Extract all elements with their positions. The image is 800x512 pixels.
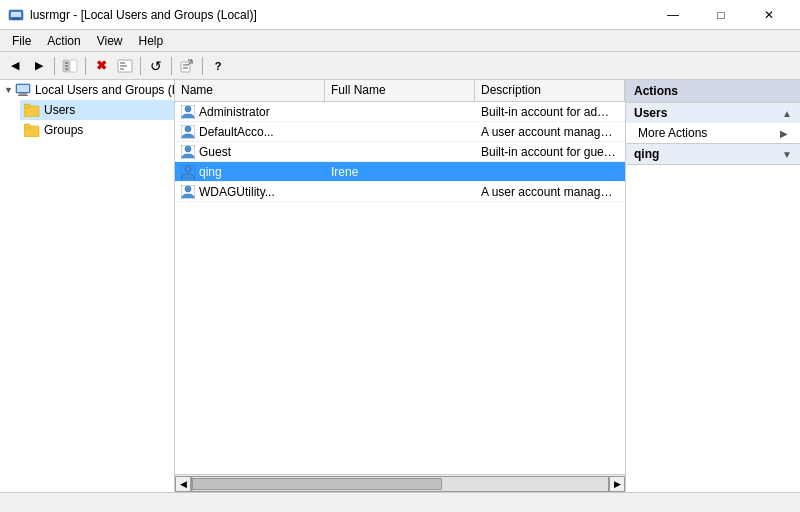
export-button[interactable] xyxy=(176,55,198,77)
actions-users-section: Users ▲ More Actions ▶ xyxy=(626,103,800,144)
list-body: AdministratorBuilt-in account for admini… xyxy=(175,102,625,474)
user-icon-administrator xyxy=(181,105,195,119)
col-header-fullname[interactable]: Full Name xyxy=(325,80,475,101)
right-panel: Actions Users ▲ More Actions ▶ qing ▼ xyxy=(625,80,800,492)
folder-icon-users xyxy=(24,102,40,118)
svg-point-29 xyxy=(185,146,191,152)
menu-item-action[interactable]: Action xyxy=(39,32,88,50)
cell-name-defaultacco: DefaultAcco... xyxy=(175,123,325,141)
list-row[interactable]: AdministratorBuilt-in account for admini… xyxy=(175,102,625,122)
center-panel: Name Full Name Description Administrator… xyxy=(175,80,625,492)
col-header-description[interactable]: Description xyxy=(475,80,625,101)
svg-point-31 xyxy=(185,166,191,172)
minimize-button[interactable]: — xyxy=(650,0,696,30)
cell-description-defaultacco: A user account managed by the s xyxy=(475,123,625,141)
app-icon xyxy=(8,7,24,23)
tree-root-label: Local Users and Groups (Local) xyxy=(35,83,175,97)
more-actions-item[interactable]: More Actions ▶ xyxy=(626,123,800,143)
cell-description-administrator: Built-in account for administering xyxy=(475,103,625,121)
name-text-administrator: Administrator xyxy=(199,105,270,119)
cell-fullname-guest xyxy=(325,150,475,154)
cell-description-qing xyxy=(475,170,625,174)
user-icon-guest xyxy=(181,145,195,159)
title-text: lusrmgr - [Local Users and Groups (Local… xyxy=(30,8,257,22)
menu-item-file[interactable]: File xyxy=(4,32,39,50)
back-button[interactable]: ◀ xyxy=(4,55,26,77)
list-row[interactable]: DefaultAcco...A user account managed by … xyxy=(175,122,625,142)
cell-description-wdagutility: A user account managed and use xyxy=(475,183,625,201)
name-text-wdagutility: WDAGUtility... xyxy=(199,185,275,199)
actions-users-header[interactable]: Users ▲ xyxy=(626,103,800,123)
svg-rect-2 xyxy=(11,18,21,19)
list-row[interactable]: qingIrene xyxy=(175,162,625,182)
list-header: Name Full Name Description xyxy=(175,80,625,102)
tree-item-users[interactable]: Users xyxy=(20,100,174,120)
actions-header: Actions xyxy=(626,80,800,103)
name-text-defaultacco: DefaultAcco... xyxy=(199,125,274,139)
menu-item-view[interactable]: View xyxy=(89,32,131,50)
actions-qing-section[interactable]: qing ▼ xyxy=(626,144,800,165)
toolbar-separator-4 xyxy=(171,57,172,75)
svg-rect-22 xyxy=(24,104,30,108)
cell-fullname-qing: Irene xyxy=(325,163,475,181)
refresh-button[interactable]: ↺ xyxy=(145,55,167,77)
scroll-right-button[interactable]: ▶ xyxy=(609,476,625,492)
cell-name-wdagutility: WDAGUtility... xyxy=(175,183,325,201)
left-panel: ▼ Local Users and Groups (Local) Users G… xyxy=(0,80,175,492)
properties-button[interactable] xyxy=(114,55,136,77)
tree-label-users: Users xyxy=(44,103,75,117)
maximize-button[interactable]: □ xyxy=(698,0,744,30)
svg-rect-1 xyxy=(11,12,21,17)
main-area: ▼ Local Users and Groups (Local) Users G… xyxy=(0,80,800,492)
user-icon-wdagutility xyxy=(181,185,195,199)
col-header-name[interactable]: Name xyxy=(175,80,325,101)
close-button[interactable]: ✕ xyxy=(746,0,792,30)
name-text-qing: qing xyxy=(199,165,222,179)
help-button[interactable]: ? xyxy=(207,55,229,77)
more-actions-arrow: ▶ xyxy=(780,128,788,139)
cell-description-guest: Built-in account for guest access xyxy=(475,143,625,161)
user-icon-qing xyxy=(181,165,195,179)
tree-root[interactable]: ▼ Local Users and Groups (Local) xyxy=(0,80,174,100)
forward-button[interactable]: ▶ xyxy=(28,55,50,77)
svg-rect-24 xyxy=(24,124,30,128)
svg-point-27 xyxy=(185,126,191,132)
svg-rect-18 xyxy=(17,85,29,92)
toolbar-separator-2 xyxy=(85,57,86,75)
list-row[interactable]: GuestBuilt-in account for guest access xyxy=(175,142,625,162)
actions-qing-chevron: ▼ xyxy=(782,149,792,160)
svg-rect-3 xyxy=(14,19,18,20)
actions-qing-label: qing xyxy=(634,147,659,161)
title-bar-controls: — □ ✕ xyxy=(650,0,792,30)
actions-users-chevron: ▲ xyxy=(782,108,792,119)
cell-name-administrator: Administrator xyxy=(175,103,325,121)
scroll-left-button[interactable]: ◀ xyxy=(175,476,191,492)
title-bar-left: lusrmgr - [Local Users and Groups (Local… xyxy=(8,7,257,23)
svg-rect-5 xyxy=(70,60,77,72)
list-row[interactable]: WDAGUtility...A user account managed and… xyxy=(175,182,625,202)
menu-item-help[interactable]: Help xyxy=(131,32,172,50)
computer-icon xyxy=(15,82,31,98)
delete-button[interactable]: ✖ xyxy=(90,55,112,77)
actions-users-label: Users xyxy=(634,106,667,120)
svg-rect-19 xyxy=(19,93,27,95)
title-bar: lusrmgr - [Local Users and Groups (Local… xyxy=(0,0,800,30)
cell-fullname-administrator xyxy=(325,110,475,114)
toolbar: ◀ ▶ ✖ ↺ ? xyxy=(0,52,800,80)
toolbar-separator-5 xyxy=(202,57,203,75)
svg-rect-20 xyxy=(18,95,28,96)
cell-name-guest: Guest xyxy=(175,143,325,161)
tree-expand-root: ▼ xyxy=(4,84,13,96)
status-bar xyxy=(0,492,800,512)
scroll-thumb[interactable] xyxy=(192,478,442,490)
name-text-guest: Guest xyxy=(199,145,231,159)
scroll-track[interactable] xyxy=(191,476,609,492)
horizontal-scrollbar[interactable]: ◀ ▶ xyxy=(175,474,625,492)
more-actions-label: More Actions xyxy=(638,126,707,140)
svg-point-33 xyxy=(185,186,191,192)
cell-name-qing: qing xyxy=(175,163,325,181)
tree-item-groups[interactable]: Groups xyxy=(20,120,174,140)
toolbar-separator-1 xyxy=(54,57,55,75)
tree-label-groups: Groups xyxy=(44,123,83,137)
show-tree-button[interactable] xyxy=(59,55,81,77)
